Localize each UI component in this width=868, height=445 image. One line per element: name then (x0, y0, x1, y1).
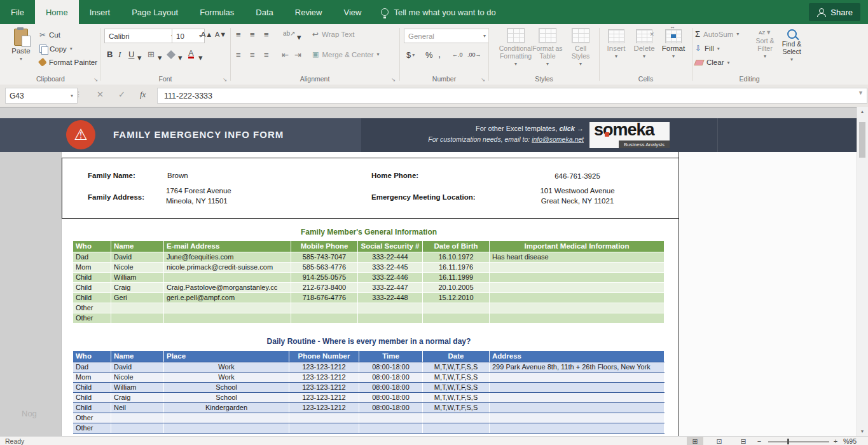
view-page-layout-button[interactable]: ⊡ (711, 437, 727, 445)
number-format-select[interactable]: General ▾ (404, 29, 489, 43)
borders-dropdown-icon[interactable]: ▾ (158, 53, 162, 62)
table-cell[interactable]: David (111, 362, 164, 372)
formula-input[interactable]: 111-222-3333 (157, 88, 867, 104)
table-cell[interactable]: School (164, 393, 289, 402)
zoom-level-label[interactable]: %95 (843, 437, 857, 445)
column-header[interactable]: Address (490, 351, 665, 362)
cancel-entry-icon[interactable]: ✕ (97, 90, 104, 99)
clear-button[interactable]: Clear ▾ (695, 58, 730, 66)
table-cell[interactable] (291, 303, 358, 313)
align-middle-button[interactable]: ≡ (250, 30, 255, 39)
tab-insert[interactable]: Insert (79, 0, 121, 24)
column-header[interactable]: Who (73, 351, 111, 362)
table-cell[interactable]: 333-22-447 (358, 283, 423, 292)
align-center-button[interactable]: ≡ (250, 50, 255, 60)
table-cell[interactable]: Other (73, 413, 111, 423)
borders-button[interactable]: ⊞ (148, 50, 155, 59)
column-header[interactable]: Date of Birth (423, 241, 490, 252)
scroll-down-icon[interactable]: ▼ (857, 429, 867, 434)
table-cell[interactable] (359, 423, 423, 433)
paste-button[interactable]: Paste ▾ (6, 27, 36, 62)
column-header[interactable]: Name (111, 351, 164, 362)
tab-file[interactable]: File (0, 0, 35, 24)
scrollbar-thumb[interactable] (859, 122, 865, 158)
paste-dropdown-icon[interactable]: ▾ (20, 56, 22, 62)
table-cell[interactable]: Craig (111, 393, 164, 402)
format-painter-button[interactable]: Format Painter (39, 58, 97, 66)
table-cell[interactable] (359, 413, 423, 423)
home-phone-label[interactable]: Home Phone: (371, 172, 418, 179)
table2-title[interactable]: Daily Routine - Where is every member in… (73, 337, 665, 346)
table-cell[interactable]: 333-22-448 (358, 293, 423, 303)
view-page-break-button[interactable]: ⊟ (735, 437, 752, 445)
table-cell[interactable]: 20.10.2005 (423, 283, 490, 292)
table-cell[interactable]: Has heart disease (490, 252, 665, 262)
accounting-format-button[interactable]: $ ▾ (406, 50, 415, 60)
family-address-line2[interactable]: Mineola, NY 11501 (166, 197, 228, 205)
formula-bar-expand-icon[interactable]: ▼ (858, 90, 864, 96)
table-cell[interactable]: M,T,W,T,F,S,S (423, 403, 490, 413)
clipboard-dialog-launcher-icon[interactable]: ↘ (93, 77, 98, 83)
zoom-in-button[interactable]: + (830, 437, 841, 445)
table-cell[interactable] (111, 303, 164, 313)
table-cell[interactable] (111, 423, 164, 433)
autosum-button[interactable]: Σ AutoSum ▾ (695, 29, 739, 39)
table-cell[interactable]: 08:00-18:00 (359, 403, 423, 413)
table-cell[interactable]: 16.10.1972 (423, 252, 490, 262)
table-cell[interactable]: geri.e.pell@ampf.com (164, 293, 291, 303)
home-phone-value[interactable]: 646-761-3925 (507, 172, 647, 180)
table-cell[interactable]: 15.12.2010 (423, 293, 490, 303)
tab-home[interactable]: Home (35, 0, 79, 24)
table-cell[interactable]: Dad (73, 252, 111, 262)
table-cell[interactable] (423, 313, 490, 323)
delete-cells-button[interactable]: ✕ Delete ▾ (631, 29, 657, 59)
table-cell[interactable]: M,T,W,T,F,S,S (423, 362, 490, 372)
meeting-location-line2[interactable]: Great Neck, NY 11021 (507, 197, 647, 205)
underline-button[interactable]: U (128, 50, 134, 59)
wrap-text-button[interactable]: ↩ Wrap Text (312, 30, 354, 39)
table-cell[interactable] (164, 273, 291, 282)
column-header[interactable]: Who (73, 241, 111, 252)
meeting-location-label[interactable]: Emergency Meeting Location: (371, 193, 476, 201)
table-cell[interactable] (490, 413, 665, 423)
decrease-decimal-button[interactable]: .00→ (467, 51, 481, 58)
fill-color-button[interactable] (168, 51, 174, 58)
table-cell[interactable]: M,T,W,T,F,S,S (423, 383, 490, 392)
tab-view[interactable]: View (333, 0, 372, 24)
table-cell[interactable]: 123-123-1212 (289, 362, 359, 372)
alignment-dialog-launcher-icon[interactable]: ↘ (391, 77, 396, 83)
font-size-select[interactable]: 10 ▾ (172, 29, 205, 43)
name-box-dropdown-icon[interactable]: ▾ (71, 93, 73, 99)
table-cell[interactable]: Neil (111, 403, 164, 413)
column-header[interactable]: Time (359, 351, 423, 362)
cell-styles-button[interactable]: Cell Styles ▾ (565, 28, 596, 67)
column-header[interactable]: Social Security # (358, 241, 423, 252)
meeting-location-line1[interactable]: 101 Westwood Avenue (507, 187, 647, 195)
table-cell[interactable]: 585-563-4776 (291, 263, 358, 272)
table-cell[interactable] (490, 313, 665, 323)
table1-title[interactable]: Family Member's General Information (73, 228, 665, 236)
column-header[interactable]: Place (164, 351, 289, 362)
table-cell[interactable] (423, 423, 490, 433)
table-cell[interactable]: M,T,W,T,F,S,S (423, 373, 490, 382)
table-cell[interactable]: M,T,W,T,F,S,S (423, 393, 490, 402)
table-cell[interactable]: School (164, 383, 289, 392)
table-cell[interactable]: 299 Park Avenue 8th, 11th + 26th Floors,… (490, 362, 665, 372)
tell-me-box[interactable]: Tell me what you want to do (381, 0, 495, 24)
table-cell[interactable]: Child (73, 293, 111, 303)
table-cell[interactable] (289, 413, 359, 423)
column-header[interactable]: Name (111, 241, 164, 252)
zoom-slider-thumb[interactable] (787, 439, 789, 444)
column-header[interactable]: E-mail Address (164, 241, 291, 252)
fill-button[interactable]: ⇩ Fill ▾ (695, 44, 720, 53)
align-bottom-button[interactable]: ≡ (264, 30, 269, 39)
family-address-label[interactable]: Family Address: (88, 193, 144, 201)
tab-data[interactable]: Data (245, 0, 284, 24)
share-button[interactable]: Share (809, 3, 860, 21)
table-cell[interactable]: 123-123-1212 (289, 403, 359, 413)
column-header[interactable]: Phone Number (289, 351, 359, 362)
table-cell[interactable] (490, 293, 665, 303)
confirm-entry-icon[interactable]: ✓ (118, 90, 125, 99)
table-cell[interactable] (490, 393, 665, 402)
percent-style-button[interactable]: % (425, 50, 433, 60)
